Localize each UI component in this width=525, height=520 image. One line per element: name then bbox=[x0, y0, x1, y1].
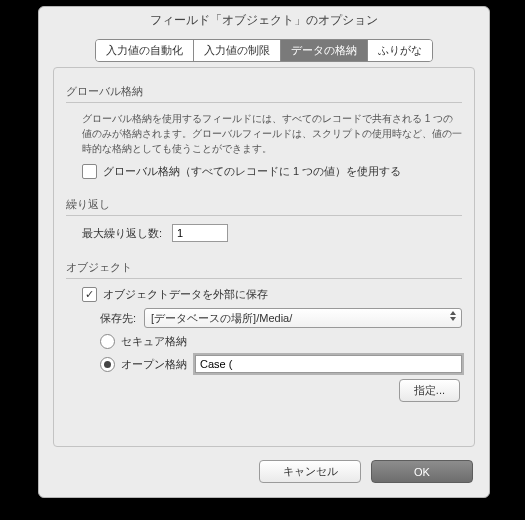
location-select[interactable]: [データベースの場所]/Media/ bbox=[144, 308, 462, 328]
repeat-heading: 繰り返し bbox=[66, 197, 462, 212]
tab-validation[interactable]: 入力値の制限 bbox=[194, 40, 281, 61]
window-title: フィールド「オブジェクト」のオプション bbox=[39, 7, 489, 33]
open-storage-radio[interactable] bbox=[100, 357, 115, 372]
tab-auto-enter[interactable]: 入力値の自動化 bbox=[96, 40, 194, 61]
open-storage-input[interactable] bbox=[195, 355, 462, 373]
tab-storage[interactable]: データの格納 bbox=[281, 40, 368, 61]
external-storage-label: オブジェクトデータを外部に保存 bbox=[103, 287, 268, 302]
location-value: [データベースの場所]/Media/ bbox=[151, 311, 292, 326]
global-description: グローバル格納を使用するフィールドには、すべてのレコードで共有される 1 つの値… bbox=[82, 111, 462, 156]
object-heading: オブジェクト bbox=[66, 260, 462, 275]
ok-button[interactable]: OK bbox=[371, 460, 473, 483]
secure-storage-label: セキュア格納 bbox=[121, 334, 187, 349]
repeat-input[interactable] bbox=[172, 224, 228, 242]
tab-bar: 入力値の自動化 入力値の制限 データの格納 ふりがな bbox=[39, 39, 489, 62]
open-storage-label: オープン格納 bbox=[121, 357, 187, 372]
secure-storage-radio[interactable] bbox=[100, 334, 115, 349]
dialog-footer: キャンセル OK bbox=[259, 460, 473, 483]
specify-button[interactable]: 指定... bbox=[399, 379, 460, 402]
global-storage-label: グローバル格納（すべてのレコードに 1 つの値）を使用する bbox=[103, 164, 401, 179]
external-storage-checkbox[interactable] bbox=[82, 287, 97, 302]
repeat-label: 最大繰り返し数: bbox=[82, 226, 162, 241]
global-heading: グローバル格納 bbox=[66, 84, 462, 99]
global-storage-checkbox[interactable] bbox=[82, 164, 97, 179]
tab-furigana[interactable]: ふりがな bbox=[368, 40, 432, 61]
cancel-button[interactable]: キャンセル bbox=[259, 460, 361, 483]
options-dialog: フィールド「オブジェクト」のオプション 入力値の自動化 入力値の制限 データの格… bbox=[38, 6, 490, 498]
location-label: 保存先: bbox=[100, 311, 136, 326]
storage-panel: グローバル格納 グローバル格納を使用するフィールドには、すべてのレコードで共有さ… bbox=[53, 67, 475, 447]
